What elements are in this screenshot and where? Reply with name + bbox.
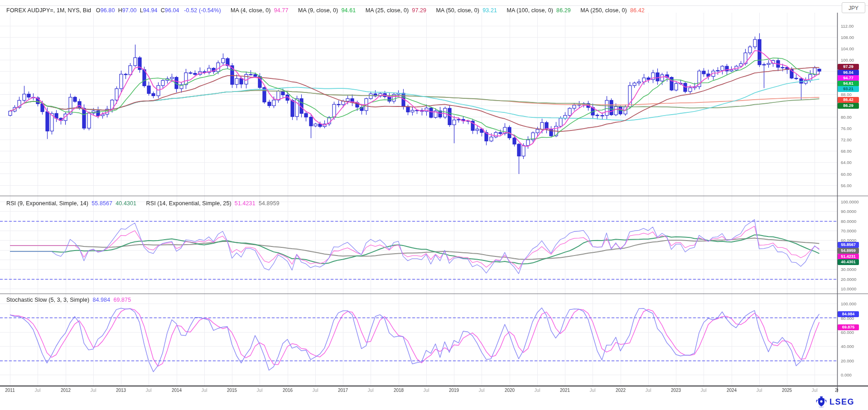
legend-segment: 94.61: [341, 7, 365, 14]
price-badge: 96.04: [838, 70, 859, 76]
axis-tick-label: 68.00: [841, 149, 852, 154]
axis-tick-label: 90.0000: [841, 209, 856, 214]
axis-tick-label: 56.00: [841, 183, 852, 188]
rsi-panel[interactable]: [0, 196, 837, 294]
x-tick-month-label: Jul: [535, 388, 540, 393]
axis-tick-label: 70.0000: [841, 228, 856, 233]
legend-segment: C: [161, 7, 165, 14]
price-badge: 51.4231: [838, 254, 859, 260]
x-tick-year-label: 2015: [227, 388, 237, 393]
legend-segment: MA (4, close, 0): [231, 7, 274, 14]
x-tick-month-label: Jul: [368, 388, 374, 393]
x-tick-month-label: Jul: [146, 388, 152, 393]
axis-tick-label: 72.00: [841, 137, 852, 142]
x-tick-year-label: 2022: [616, 388, 626, 393]
rsi-legend[interactable]: RSI (9, Exponential, Simple, 14) 55.8567…: [6, 200, 280, 207]
axis-tick-label: 76.00: [841, 126, 852, 131]
axis-tick-label: 0.000: [841, 372, 852, 377]
x-tick-year-label: 2023: [671, 388, 681, 393]
x-tick-month-label: Jul: [701, 388, 707, 393]
legend-segment: -0.52 (-0.54%): [184, 7, 231, 14]
axis-tick-label: 64.00: [841, 160, 852, 165]
x-tick-year-label: 2025: [782, 388, 792, 393]
main-chart-legend[interactable]: FOREX AUDJPY=, 1M, NYS, Bid O96.80 H97.0…: [6, 7, 645, 14]
main-price-panel[interactable]: [0, 13, 837, 196]
axis-tick-label: 100.000: [841, 301, 856, 306]
x-tick-month-label: Jul: [646, 388, 651, 393]
axis-tick-label: 100.00: [841, 58, 854, 63]
axis-tick-label: 100.0000: [841, 199, 859, 204]
lseg-logo-text: LSEG: [829, 397, 854, 407]
x-tick-year-label: 2012: [61, 388, 71, 393]
axis-tick-label: 112.00: [841, 24, 854, 29]
x-tick-year-label: 2024: [727, 388, 737, 393]
legend-segment: Stochastic Slow (5, 3, 3, Simple): [6, 297, 92, 303]
lseg-crest-icon: [815, 396, 827, 408]
x-tick-year-label: 2020: [505, 388, 515, 393]
x-tick-year-label: 2018: [394, 388, 404, 393]
legend-segment: 86.29: [556, 7, 580, 14]
time-axis[interactable]: 2011Jul2012Jul2013Jul2014Jul2015Jul2016J…: [0, 386, 838, 396]
x-tick-year-label: 2021: [560, 388, 570, 393]
axis-tick-label: 20.0000: [841, 277, 856, 282]
legend-segment: O: [96, 7, 101, 14]
currency-button[interactable]: JPY: [842, 2, 865, 13]
price-axis[interactable]: 112.00108.00104.00100.0096.0092.0088.008…: [837, 13, 868, 386]
x-tick-month-label: Jul: [91, 388, 96, 393]
legend-segment: 96.80: [101, 7, 118, 14]
legend-segment: 51.4231: [235, 200, 259, 207]
legend-segment: 94.77: [274, 7, 298, 14]
price-badge: 69.875: [838, 324, 859, 330]
legend-segment: MA (9, close, 0): [298, 7, 342, 14]
axis-tick-label: 60.000: [841, 330, 854, 335]
legend-segment: 93.21: [482, 7, 506, 14]
axis-tick-label: 20.000: [841, 358, 854, 363]
stochastic-legend[interactable]: Stochastic Slow (5, 3, 3, Simple) 84.984…: [6, 297, 131, 303]
legend-segment: MA (50, close, 0): [436, 7, 483, 14]
legend-segment: 69.875: [113, 297, 131, 303]
price-badge: 97.29: [838, 64, 859, 70]
legend-segment: RSI (9, Exponential, Simple, 14): [6, 200, 92, 207]
x-tick-year-label: 2026: [835, 388, 838, 393]
axis-tick-label: 88.00: [841, 92, 852, 97]
x-tick-month-label: Jul: [424, 388, 429, 393]
legend-segment: MA (25, close, 0): [366, 7, 412, 14]
price-badge: 94.77: [838, 75, 859, 81]
x-tick-year-label: 2013: [116, 388, 126, 393]
legend-segment: H: [118, 7, 122, 14]
x-tick-year-label: 2019: [449, 388, 459, 393]
price-badge: 94.61: [838, 81, 859, 87]
legend-segment: 55.8567: [92, 200, 116, 207]
x-tick-month-label: Jul: [313, 388, 318, 393]
axis-tick-label: 60.00: [841, 172, 852, 177]
axis-tick-label: 40.000: [841, 344, 854, 349]
price-badge: 40.4301: [838, 259, 859, 265]
axis-tick-label: 104.00: [841, 46, 854, 51]
price-badge: 86.42: [838, 97, 859, 103]
price-badge: 54.8959: [838, 248, 859, 254]
legend-segment: 94.94: [143, 7, 161, 14]
stochastic-panel[interactable]: [0, 294, 837, 386]
x-tick-month-label: Jul: [812, 388, 818, 393]
axis-tick-label: 30.0000: [841, 267, 856, 272]
axis-tick-label: 10.0000: [841, 286, 856, 291]
legend-segment: 96.04: [165, 7, 184, 14]
legend-segment: 40.4301: [116, 200, 146, 207]
legend-segment: FOREX AUDJPY=, 1M, NYS, Bid: [6, 7, 96, 14]
x-tick-month-label: Jul: [35, 388, 41, 393]
price-badge: 86.29: [838, 103, 859, 109]
price-badge: 55.8567: [838, 242, 859, 248]
legend-segment: MA (100, close, 0): [506, 7, 556, 14]
legend-segment: MA (250, close, 0): [580, 7, 630, 14]
x-tick-month-label: Jul: [757, 388, 762, 393]
x-tick-year-label: 2017: [338, 388, 348, 393]
legend-segment: 54.8959: [259, 200, 280, 207]
x-tick-year-label: 2014: [172, 388, 182, 393]
legend-segment: 97.00: [122, 7, 140, 14]
legend-segment: 84.984: [92, 297, 113, 303]
legend-segment: L: [140, 7, 143, 14]
chart-window: FOREX AUDJPY=, 1M, NYS, Bid O96.80 H97.0…: [0, 0, 868, 410]
axis-tick-label: 80.0000: [841, 219, 856, 224]
x-tick-year-label: 2016: [283, 388, 293, 393]
x-tick-month-label: Jul: [202, 388, 207, 393]
